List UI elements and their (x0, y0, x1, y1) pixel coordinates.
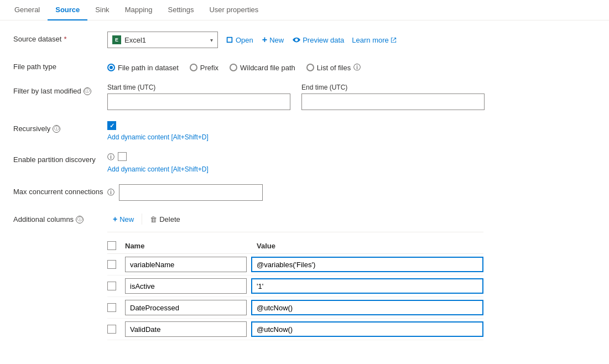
recursively-row: Recursively ⓘ Add dynamic content [Alt+S… (13, 121, 485, 141)
additional-columns-toolbar: + New 🗑 Delete (107, 212, 485, 226)
max-conn-label: Max concurrent connections (13, 184, 107, 196)
tab-sink[interactable]: Sink (87, 0, 117, 20)
toolbar-separator (142, 214, 142, 225)
row1-name-input[interactable] (125, 257, 247, 272)
row3-checkbox[interactable] (107, 303, 116, 312)
radio-prefix[interactable]: Prefix (190, 64, 218, 72)
form-content: Source dataset * E Excel1 ▾ Open + New P… (0, 20, 498, 362)
row3-name-input[interactable] (125, 300, 247, 315)
row3-value-input[interactable] (251, 300, 483, 315)
row4-checkbox[interactable] (107, 325, 116, 334)
col-name-header: Name (125, 242, 252, 250)
table-row (107, 275, 483, 297)
end-time-col: End time (UTC) (301, 84, 485, 110)
header-checkbox-col (107, 241, 121, 250)
add-icon: + (113, 215, 117, 223)
start-time-col: Start time (UTC) (107, 84, 290, 110)
columns-header: Name Value (107, 238, 483, 254)
excel-icon: E (112, 35, 121, 44)
partition-info-icon[interactable]: ⓘ (107, 152, 114, 162)
start-time-label: Start time (UTC) (107, 84, 290, 91)
row3-check (107, 303, 121, 312)
file-path-type-label: File path type (13, 59, 107, 71)
additional-columns-info-icon[interactable]: ⓘ (76, 216, 84, 223)
filter-info-icon[interactable]: ⓘ (84, 87, 91, 95)
delete-icon: 🗑 (150, 215, 157, 223)
preview-icon (293, 36, 300, 44)
tab-source[interactable]: Source (48, 0, 87, 20)
table-row (107, 319, 483, 340)
dynamic-content-link-recursively[interactable]: Add dynamic content [Alt+Shift+D] (107, 133, 485, 141)
dataset-name: Excel1 (124, 36, 207, 44)
plus-icon: + (262, 35, 267, 45)
row4-name-input[interactable] (125, 321, 247, 337)
additional-columns-row: Additional columns ⓘ + New 🗑 Delete (13, 212, 485, 340)
chevron-down-icon: ▾ (210, 37, 213, 43)
radio-wildcard[interactable]: Wildcard file path (230, 64, 295, 72)
row2-checkbox[interactable] (107, 282, 116, 290)
row1-checkbox[interactable] (107, 260, 116, 269)
start-time-input[interactable] (107, 93, 290, 110)
file-path-type-row: File path type File path in dataset Pref… (13, 59, 485, 72)
radio-input-wildcard[interactable] (230, 64, 237, 71)
header-checkbox[interactable] (107, 241, 116, 250)
max-conn-info-icon[interactable]: ⓘ (107, 188, 114, 197)
row1-check (107, 260, 121, 269)
end-time-input[interactable] (301, 93, 485, 110)
table-row (107, 297, 483, 319)
tab-user-properties[interactable]: User properties (201, 0, 266, 20)
radio-input-prefix[interactable] (190, 64, 197, 71)
columns-separator (107, 232, 483, 232)
open-button[interactable]: Open (225, 34, 254, 46)
tab-mapping[interactable]: Mapping (117, 0, 160, 20)
enable-partition-row: Enable partition discovery ⓘ Add dynamic… (13, 152, 485, 173)
radio-input-list[interactable] (306, 64, 314, 71)
tab-general[interactable]: General (7, 0, 48, 20)
learn-more-link[interactable]: Learn more (352, 36, 396, 44)
row4-check (107, 325, 121, 334)
additional-columns-new-button[interactable]: + New (107, 212, 139, 226)
delete-button[interactable]: 🗑 Delete (144, 212, 186, 226)
row4-value-input[interactable] (251, 321, 483, 337)
row2-check (107, 282, 121, 290)
time-row: Start time (UTC) End time (UTC) (107, 84, 485, 110)
recursively-label: Recursively ⓘ (13, 121, 107, 133)
radio-list-of-files[interactable]: List of files ⓘ (306, 63, 361, 72)
open-icon (226, 36, 233, 44)
enable-partition-label: Enable partition discovery (13, 152, 107, 164)
filter-last-modified-label: Filter by last modified ⓘ (13, 84, 107, 95)
max-conn-input[interactable] (119, 184, 263, 201)
partition-checkbox-box[interactable] (118, 152, 127, 161)
recursively-info-icon[interactable]: ⓘ (53, 125, 60, 133)
external-link-icon (391, 37, 397, 43)
source-dataset-select[interactable]: E Excel1 ▾ (107, 32, 218, 48)
table-row (107, 254, 483, 275)
file-path-radio-group: File path in dataset Prefix Wildcard fil… (107, 59, 485, 72)
preview-data-button[interactable]: Preview data (292, 34, 345, 46)
list-of-files-info-icon[interactable]: ⓘ (353, 63, 361, 72)
dynamic-content-link-partition[interactable]: Add dynamic content [Alt+Shift+D] (107, 165, 485, 173)
filter-last-modified-row: Filter by last modified ⓘ Start time (UT… (13, 84, 485, 110)
col-value-header: Value (257, 242, 483, 250)
columns-table: Name Value (107, 238, 483, 340)
new-button[interactable]: + New (261, 33, 285, 47)
source-dataset-label: Source dataset * (13, 32, 107, 43)
row2-name-input[interactable] (125, 278, 247, 294)
radio-input-file-path[interactable] (107, 64, 115, 71)
row2-value-input[interactable] (251, 278, 483, 294)
radio-file-path-in-dataset[interactable]: File path in dataset (107, 64, 179, 72)
tab-settings[interactable]: Settings (160, 0, 202, 20)
source-dataset-row: Source dataset * E Excel1 ▾ Open + New P… (13, 32, 485, 48)
partition-checkbox[interactable] (118, 152, 127, 161)
max-conn-row: Max concurrent connections ⓘ (13, 184, 485, 201)
row1-value-input[interactable] (251, 257, 483, 272)
additional-columns-label: Additional columns ⓘ (13, 212, 107, 223)
tab-bar: General Source Sink Mapping Settings Use… (0, 0, 609, 20)
recursively-checkbox[interactable] (107, 121, 485, 130)
end-time-label: End time (UTC) (301, 84, 485, 91)
recursively-checkbox-box[interactable] (107, 121, 116, 130)
